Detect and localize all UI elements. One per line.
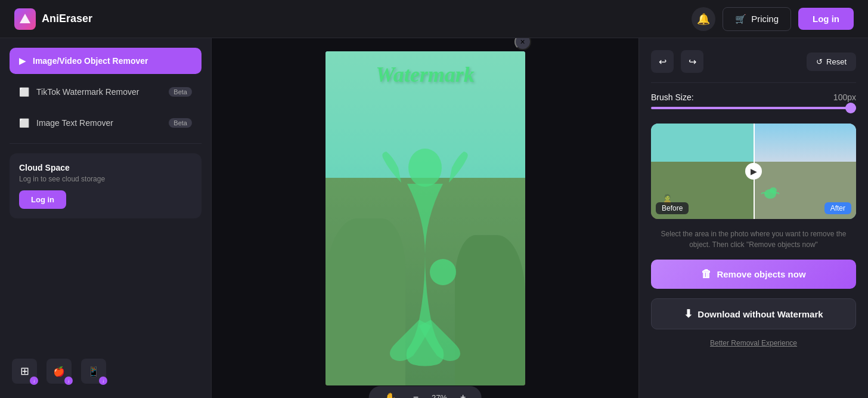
svg-marker-0 [20,14,30,23]
brush-slider-thumb [845,103,856,113]
sidebar-divider [10,143,202,144]
download-button[interactable]: ⬇ Download without Watermark [651,298,856,329]
hand-icon: ✋ [385,393,396,399]
panel-toolbar: ↩ ↪ ↺ Reset [651,50,856,73]
sidebar-item-image-text[interactable]: ⬜ Image Text Remover Beta [10,110,202,136]
image-text-badge: Beta [169,118,192,128]
preview-before-label: Before [656,202,689,214]
preview-arrow: ▶ [745,163,762,180]
header: AniEraser 🔔 🛒 Pricing Log in [0,0,868,38]
reset-icon: ↺ [816,57,823,66]
brush-slider-container [651,102,856,114]
windows-icon: ⊞ [20,365,29,378]
right-panel: ↩ ↪ ↺ Reset Brush Size: 100px [638,38,868,398]
close-button[interactable]: × [514,38,531,50]
canvas-area: × Watermark [212,38,638,398]
reset-button[interactable]: ↺ Reset [807,53,856,71]
tiktok-icon: ⬜ [19,87,29,97]
redo-button[interactable]: ↪ [681,50,703,73]
hand-tool-button[interactable]: ✋ [381,391,400,399]
zoom-level: 27% [432,393,447,399]
better-removal-link[interactable]: Better Removal Experience [651,339,856,347]
cloud-login-button[interactable]: Log in [19,190,66,209]
login-button[interactable]: Log in [798,8,854,30]
undo-icon: ↩ [659,56,666,67]
sidebar-item-image-video[interactable]: ▶ Image/Video Object Remover [10,48,202,74]
brush-slider-track [651,107,856,109]
remove-icon: 🗑 [701,268,712,280]
redo-icon: ↪ [689,56,696,67]
canvas-container: × Watermark [326,51,525,385]
ios-download[interactable]: 📱 ↓ [81,359,106,384]
zoom-out-button[interactable]: − [410,391,422,398]
ios-icon: 📱 [88,366,100,377]
brush-size-value: 100px [833,92,856,102]
image-canvas[interactable]: Watermark [326,51,525,385]
app-title: AniEraser [42,13,92,25]
tiktok-badge: Beta [169,87,192,97]
ios-download-badge: ↓ [99,377,107,385]
platform-downloads: ⊞ ↓ 🍎 ↓ 📱 ↓ [10,354,202,388]
windows-download[interactable]: ⊞ ↓ [12,359,37,384]
bell-icon: 🔔 [697,13,710,26]
brush-size-label: Brush Size: [651,92,694,102]
after-bird-icon [758,181,782,207]
cloud-space-desc: Log in to see cloud storage [19,175,192,183]
pricing-button[interactable]: 🛒 Pricing [723,7,791,31]
zoom-in-button[interactable]: + [457,391,469,398]
cloud-space-title: Cloud Space [19,163,192,172]
logo-icon [14,8,36,30]
header-right: 🔔 🛒 Pricing Log in [692,7,854,31]
remove-objects-button[interactable]: 🗑 Remove objects now [651,260,856,289]
brush-size-row: Brush Size: 100px [651,92,856,102]
image-text-icon: ⬜ [19,118,29,128]
panel-divider-1 [651,82,856,83]
preview-card: 🧍 Before ▶ [651,124,856,219]
main-layout: ▶ Image/Video Object Remover ⬜ TikTok Wa… [0,38,868,398]
brush-size-section: Brush Size: 100px [651,92,856,114]
removal-hint: Select the area in the photo where you w… [651,229,856,250]
green-selection-overlay [326,51,525,385]
canvas-toolbar: ✋ − 27% + [369,386,482,399]
download-icon: ⬇ [684,307,693,320]
macos-icon: 🍎 [53,366,65,377]
cart-icon: 🛒 [735,14,746,24]
image-video-icon: ▶ [19,56,26,66]
notification-button[interactable]: 🔔 [692,7,715,31]
macos-download-badge: ↓ [64,377,73,385]
header-left: AniEraser [14,8,92,30]
preview-after-label: After [824,202,851,214]
close-icon: × [520,38,525,47]
macos-download[interactable]: 🍎 ↓ [46,359,72,384]
windows-download-badge: ↓ [30,377,38,385]
preview-before-panel: 🧍 Before [651,124,754,219]
sidebar: ▶ Image/Video Object Remover ⬜ TikTok Wa… [0,38,212,398]
undo-button[interactable]: ↩ [651,50,674,73]
sidebar-item-tiktok[interactable]: ⬜ TikTok Watermark Remover Beta [10,79,202,105]
preview-after-panel: After [754,124,856,219]
cloud-space-card: Cloud Space Log in to see cloud storage … [10,153,202,218]
